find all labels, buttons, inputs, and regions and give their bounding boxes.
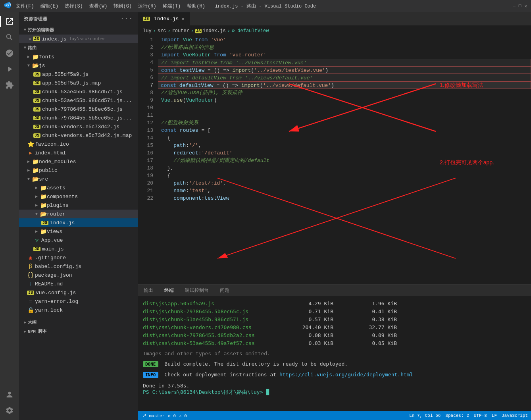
tree-item-views[interactable]: ▶ 📁 views — [19, 227, 138, 236]
line-ending[interactable]: LF — [492, 413, 497, 418]
tree-item-yarn-error[interactable]: ≡ yarn-error.log — [19, 297, 138, 306]
panel-tab-problems[interactable]: 问题 — [214, 285, 235, 296]
folder-label: plugins — [47, 202, 69, 208]
folder-icon: 📁 — [32, 158, 39, 165]
language[interactable]: JavaScript — [502, 413, 528, 418]
activity-debug[interactable] — [3, 63, 16, 75]
panel-tab-output[interactable]: 输出 — [138, 285, 159, 296]
menu-run[interactable]: 运行(R) — [138, 3, 156, 10]
tree-item-chunk-vendors-map[interactable]: JS chunk-vendors.e5c73d42.js.map — [19, 131, 138, 140]
breadcrumb-part-luy[interactable]: luy — [143, 28, 152, 34]
tree-item-node-modules[interactable]: ▶ 📁 node_modules — [19, 157, 138, 166]
line-col[interactable]: Ln 7, Col 56 — [409, 413, 441, 418]
menu-help[interactable]: 帮助(H) — [187, 3, 205, 10]
tree-item-app-js[interactable]: JS app.505df5a9.js — [19, 70, 138, 79]
breadcrumb-sep2: › — [167, 28, 170, 34]
folder-js-label: js — [39, 63, 45, 69]
open-editors-section[interactable]: ▼ 打开的编辑器 — [19, 25, 138, 35]
js-icon: JS — [33, 98, 40, 103]
line-num-9: 9 — [138, 96, 158, 104]
folder-icon: 📁 — [40, 193, 47, 200]
error-count[interactable]: ⊘ 0 — [168, 413, 176, 418]
tree-item-chunk1-map[interactable]: JS chunk-53ae455b.986cd571.js... — [19, 96, 138, 105]
menu-select[interactable]: 选择(S) — [65, 3, 83, 10]
tree-item-assets[interactable]: ▶ 📁 assets — [19, 183, 138, 192]
project-section[interactable]: ▼ 路由 — [19, 43, 138, 52]
code-line-12: //配置映射关系 — [158, 119, 531, 127]
sidebar: 资源管理器 ··· ▼ 打开的编辑器 ✕ JS index.js luy\src… — [19, 12, 138, 420]
menu-goto[interactable]: 转到(G) — [114, 3, 132, 10]
folder-open-icon: 📂 — [40, 211, 47, 218]
tab-close-button[interactable]: ✕ — [181, 15, 184, 22]
tree-item-plugins[interactable]: ▶ 📁 plugins — [19, 201, 138, 210]
activity-explorer[interactable] — [3, 15, 16, 28]
deploy-link[interactable]: https://cli.vuejs.org/guide/deployment.h… — [279, 372, 413, 378]
tree-item-babel[interactable]: β babel.config.js — [19, 262, 138, 271]
breadcrumb-part-src[interactable]: src — [158, 28, 166, 34]
menu-view[interactable]: 查看(W) — [89, 3, 108, 10]
warning-count[interactable]: ⚠ 0 — [179, 413, 187, 418]
activity-search[interactable] — [3, 31, 16, 44]
file-label: package.json — [35, 272, 72, 278]
tree-item-app-vue[interactable]: ▽ App.vue — [19, 236, 138, 245]
window-controls[interactable]: — □ ✕ — [513, 4, 527, 9]
tree-item-chunk2-map[interactable]: JS chunk-79786455.5b8ec65c.js... — [19, 114, 138, 122]
tree-item-index-html[interactable]: ▶ index.html — [19, 148, 138, 157]
file-label: app.505df5a9.js.map — [42, 80, 101, 86]
tree-item-gitignore[interactable]: ◉ .gitignore — [19, 253, 138, 262]
titlebar-menu[interactable]: 文件(F) 编辑(E) 选择(S) 查看(W) 转到(G) 运行(R) 终端(T… — [16, 3, 205, 10]
open-editor-item[interactable]: ✕ JS index.js luy\src\router — [19, 35, 138, 43]
line-num-18: 18 — [138, 164, 158, 172]
code-editor[interactable]: 1 2 3 4 5 6 7 8 9 10 11 12 13 14 15 16 1 — [138, 36, 531, 284]
maximize-button[interactable]: □ — [519, 4, 521, 9]
code-content[interactable]: import Vue from 'vue' //配置路由相关的信息 import… — [158, 36, 531, 284]
tree-item-js-folder[interactable]: ▼ 📂 js — [19, 61, 138, 70]
tree-item-favicon[interactable]: ⭐ favicon.ico — [19, 140, 138, 148]
tree-item-components[interactable]: ▶ 📁 components — [19, 192, 138, 201]
breadcrumb-part-defaultview[interactable]: ⚙ defaultView — [232, 28, 269, 34]
close-editor-icon[interactable]: ✕ — [29, 36, 31, 42]
file-label: vue.config.js — [36, 290, 76, 296]
tree-item-chunk1[interactable]: JS chunk-53ae455b.986cd571.js — [19, 87, 138, 96]
menu-edit[interactable]: 编辑(E) — [40, 3, 59, 10]
tree-item-chunk2[interactable]: JS chunk-79786455.5b8ec65c.js — [19, 105, 138, 114]
outline-section[interactable]: ▶ 大纲 — [19, 318, 138, 327]
activity-git[interactable] — [3, 47, 16, 60]
panel-tab-debug[interactable]: 调试控制台 — [179, 285, 214, 296]
line-numbers: 1 2 3 4 5 6 7 8 9 10 11 12 13 14 15 16 1 — [138, 36, 158, 284]
tree-item-router[interactable]: ▼ 📂 router — [19, 210, 138, 218]
git-branch[interactable]: ⎇ master — [141, 413, 165, 418]
tree-item-public[interactable]: ▶ 📁 public — [19, 166, 138, 175]
tree-item-package-json[interactable]: {} package.json — [19, 271, 138, 279]
tree-item-yarn-lock[interactable]: 🔒 yarn.lock — [19, 306, 138, 314]
menu-terminal[interactable]: 终端(T) — [163, 3, 181, 10]
npm-scripts-section[interactable]: ▶ NPM 脚本 — [19, 327, 138, 336]
breadcrumb-part-router[interactable]: router — [172, 28, 189, 34]
tree-item-main-js[interactable]: JS main.js — [19, 245, 138, 253]
tree-item-src[interactable]: ▼ 📂 src — [19, 175, 138, 183]
build-notice: Images and other types of assets omitted… — [143, 351, 526, 356]
encoding[interactable]: UTF-8 — [474, 413, 487, 418]
menu-file[interactable]: 文件(F) — [16, 3, 34, 10]
tree-item-vue-config[interactable]: JS vue.config.js — [19, 288, 138, 297]
tree-item-readme[interactable]: ↓ README.md — [19, 279, 138, 288]
folder-label: components — [47, 194, 78, 200]
tree-item-chunk-vendors[interactable]: JS chunk-vendors.e5c73d42.js — [19, 122, 138, 131]
js-file-icon: JS — [33, 37, 40, 41]
activity-account[interactable] — [3, 388, 16, 401]
panel-content[interactable]: dist\js\app.505df5a9.js 4.29 KiB 1.96 Ki… — [138, 297, 531, 411]
tab-index-js[interactable]: JS index.js ✕ — [138, 12, 190, 25]
activity-extensions[interactable] — [3, 79, 16, 91]
breadcrumb: luy › src › router › JSindex.js › ⚙ defa… — [138, 26, 531, 36]
spaces[interactable]: Spaces: 2 — [445, 413, 469, 418]
tree-item-index-js[interactable]: JS index.js — [19, 218, 138, 227]
breadcrumb-part-indexjs[interactable]: JSindex.js — [195, 28, 226, 34]
minimize-button[interactable]: — — [513, 4, 516, 9]
panel-tab-terminal[interactable]: 终端 — [159, 285, 179, 296]
folder-open-arrow-icon: ▼ — [25, 64, 32, 68]
tree-item-fonts[interactable]: ▶ 📁 fonts — [19, 52, 138, 61]
activity-settings[interactable] — [3, 404, 16, 417]
close-button[interactable]: ✕ — [524, 4, 527, 9]
tree-item-app-js-map[interactable]: JS app.505df5a9.js.map — [19, 79, 138, 87]
sidebar-more-button[interactable]: ··· — [120, 15, 133, 22]
